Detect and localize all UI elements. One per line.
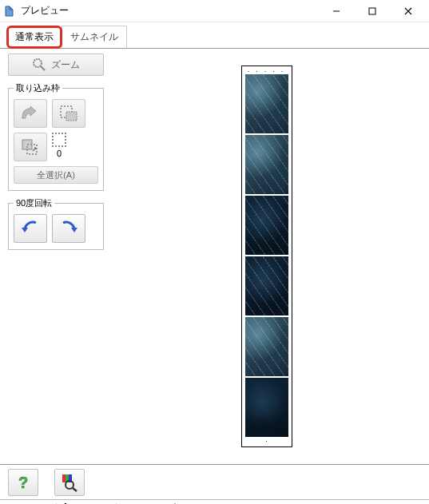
statusbar: 33.0 mm 244.3 mm 455 x 3365 ピクセル 4.38 MB… bbox=[0, 499, 429, 504]
rotate-group: 90度回転 bbox=[8, 197, 104, 250]
minimize-button[interactable] bbox=[318, 0, 354, 22]
help-icon: ? bbox=[14, 473, 33, 492]
magnifier-icon bbox=[32, 58, 46, 72]
titlebar: プレビュー bbox=[0, 0, 429, 22]
dashed-square-icon bbox=[52, 133, 66, 147]
svg-line-15 bbox=[73, 488, 77, 491]
crop-copy-button[interactable] bbox=[14, 133, 47, 161]
crop-copy-icon bbox=[20, 137, 41, 157]
crop-auto-button[interactable] bbox=[14, 99, 47, 128]
rotate-cw-icon bbox=[58, 218, 79, 239]
crop-frame-group: 取り込み枠 0 全選択(A) bbox=[8, 82, 104, 191]
app-icon bbox=[3, 5, 16, 18]
film-frame bbox=[245, 74, 288, 133]
film-frame bbox=[245, 135, 288, 194]
preview-canvas[interactable]: · · · · · · bbox=[112, 54, 421, 459]
rotate-ccw-icon bbox=[20, 218, 41, 239]
filmstrip: · · · · · · bbox=[241, 65, 292, 447]
close-button[interactable] bbox=[390, 0, 426, 22]
crop-delete-button[interactable] bbox=[52, 99, 85, 128]
rotate-cw-button[interactable] bbox=[52, 214, 85, 243]
film-frame bbox=[245, 378, 288, 437]
film-frame bbox=[245, 196, 288, 255]
crop-auto-icon bbox=[20, 104, 41, 123]
left-toolbar: ズーム 取り込み枠 0 全選択(A) bbox=[8, 54, 104, 250]
window-controls bbox=[318, 0, 426, 22]
zoom-button[interactable]: ズーム bbox=[8, 54, 104, 76]
select-all-button[interactable]: 全選択(A) bbox=[14, 166, 98, 184]
maximize-button[interactable] bbox=[354, 0, 390, 22]
zoom-label: ズーム bbox=[51, 58, 80, 72]
tab-normal-view[interactable]: 通常表示 bbox=[6, 26, 62, 49]
tab-thumbnail[interactable]: サムネイル bbox=[62, 26, 127, 49]
filmstrip-bottom-dot: · bbox=[242, 438, 292, 445]
svg-text:?: ? bbox=[18, 474, 28, 491]
svg-point-4 bbox=[34, 59, 42, 67]
window-title: プレビュー bbox=[21, 4, 318, 18]
film-frame bbox=[245, 317, 288, 376]
crop-delete-icon bbox=[58, 104, 79, 123]
crop-count-value: 0 bbox=[57, 149, 62, 158]
svg-rect-11 bbox=[62, 474, 66, 482]
work-area: ズーム 取り込み枠 0 全選択(A) bbox=[0, 49, 429, 464]
rotate-legend: 90度回転 bbox=[14, 197, 54, 209]
rotate-ccw-button[interactable] bbox=[14, 214, 47, 243]
svg-rect-7 bbox=[66, 112, 77, 121]
crop-count-cell: 0 bbox=[52, 133, 66, 161]
tab-label: 通常表示 bbox=[15, 31, 54, 42]
svg-line-5 bbox=[41, 66, 45, 70]
select-all-label: 全選択(A) bbox=[37, 170, 75, 180]
bottom-toolbar: ? bbox=[0, 464, 429, 499]
tab-bar: 通常表示 サムネイル bbox=[0, 26, 429, 49]
densitometer-button[interactable] bbox=[54, 469, 85, 496]
densitometer-icon bbox=[60, 473, 79, 492]
svg-rect-1 bbox=[369, 8, 375, 14]
help-button[interactable]: ? bbox=[8, 469, 38, 496]
film-frame bbox=[245, 256, 288, 315]
crop-frame-legend: 取り込み枠 bbox=[14, 82, 62, 94]
tab-label: サムネイル bbox=[70, 31, 118, 42]
